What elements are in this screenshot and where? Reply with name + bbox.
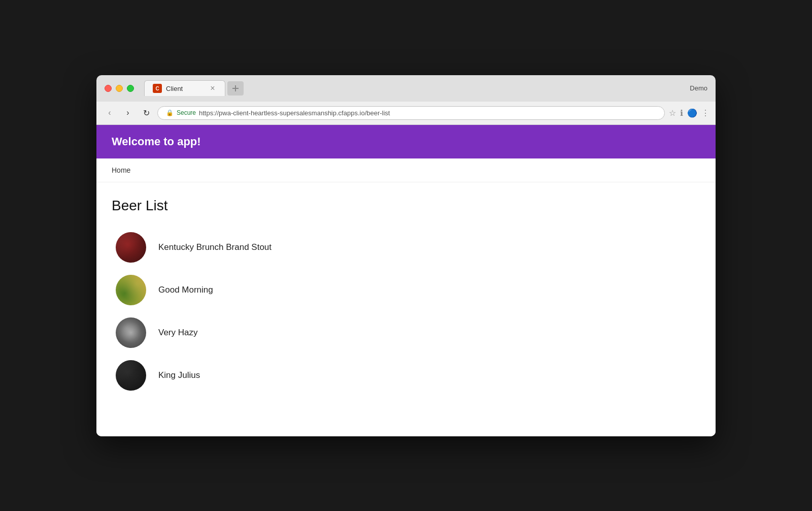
main-content: Beer List Kentucky Brunch Brand StoutGoo… [96,182,716,436]
beer-list-item[interactable]: Very Hazy [112,311,700,354]
breadcrumb: Home [96,158,716,182]
beer-list-item[interactable]: Kentucky Brunch Brand Stout [112,226,700,269]
traffic-lights [105,85,134,92]
reload-button[interactable]: ↻ [139,106,153,120]
home-link[interactable]: Home [112,166,130,174]
browser-tab[interactable]: C Client × [144,80,225,96]
mac-window: C Client × Demo ‹ › ↻ 🔒 Secure https://p… [96,75,716,436]
tab-bar: C Client × [144,80,707,96]
bookmark-icon[interactable]: ☆ [669,108,676,118]
lock-icon: 🔒 [166,109,174,116]
close-button[interactable] [105,85,112,92]
tab-favicon: C [153,84,162,93]
address-bar: ‹ › ↻ 🔒 Secure https://pwa-client-heartl… [96,102,716,125]
beer-list-item[interactable]: Good Morning [112,269,700,311]
browser-content: Welcome to app! Home Beer List Kentucky … [96,125,716,436]
beer-avatar [116,275,146,305]
new-tab-button[interactable] [227,81,244,95]
app-header: Welcome to app! [96,125,716,158]
beer-name: King Julius [158,370,200,380]
beer-avatar [116,232,146,263]
svg-rect-1 [232,88,239,89]
secure-badge: Secure [177,109,196,116]
beer-list: Kentucky Brunch Brand StoutGood MorningV… [112,226,700,397]
demo-label: Demo [690,84,707,92]
beer-name: Good Morning [158,285,213,295]
address-actions: ☆ ℹ 🔵 ⋮ [669,108,709,118]
title-bar: C Client × Demo [96,75,716,102]
beer-list-item[interactable]: King Julius [112,354,700,397]
url-text: https://pwa-client-heartless-supersalesm… [199,109,390,117]
menu-icon[interactable]: ⋮ [701,108,709,118]
beer-avatar [116,360,146,391]
tab-close-button[interactable]: × [209,84,217,92]
app-title: Welcome to app! [112,135,700,148]
page-title: Beer List [112,198,700,214]
beer-name: Kentucky Brunch Brand Stout [158,242,272,252]
info-icon[interactable]: ℹ [680,108,683,118]
maximize-button[interactable] [127,85,134,92]
forward-button[interactable]: › [121,106,135,120]
extension-icon[interactable]: 🔵 [687,108,697,118]
tab-title: Client [166,85,183,92]
beer-avatar [116,317,146,348]
minimize-button[interactable] [116,85,123,92]
beer-name: Very Hazy [158,328,197,338]
url-bar[interactable]: 🔒 Secure https://pwa-client-heartless-su… [157,106,665,120]
back-button[interactable]: ‹ [103,106,117,120]
